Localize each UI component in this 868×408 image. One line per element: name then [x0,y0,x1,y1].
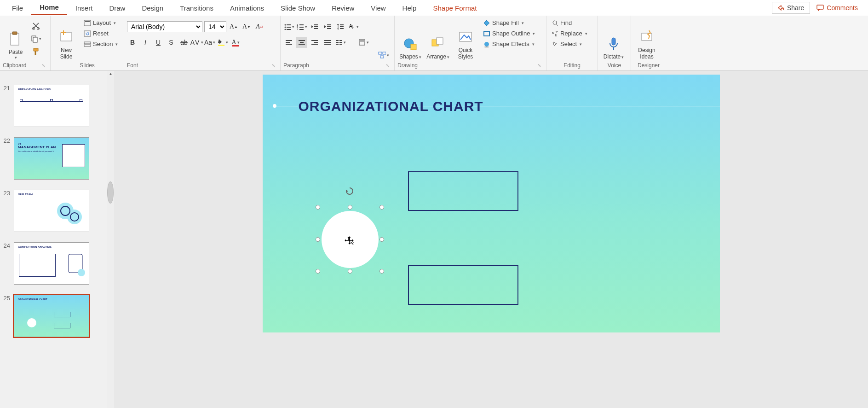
align-text-button[interactable] [358,37,369,48]
highlight-button[interactable] [217,37,228,48]
new-slide-button[interactable]: New Slide [53,17,79,60]
increase-indent-button[interactable] [322,21,333,32]
tab-home[interactable]: Home [31,0,67,15]
bold-button[interactable]: B [127,37,138,48]
thumb-num: 25 [2,295,10,337]
group-drawing-label: Drawing [397,62,418,69]
reset-button[interactable]: Reset [81,29,121,38]
italic-button[interactable]: I [140,37,151,48]
handle-s[interactable] [348,269,352,274]
layout-button[interactable]: Layout [81,18,121,27]
handle-e[interactable] [379,237,384,242]
decrease-indent-button[interactable] [309,21,320,32]
change-case-button[interactable]: Aa [204,37,215,48]
align-right-button[interactable] [309,37,320,48]
design-ideas-button[interactable]: Design Ideas [634,17,660,60]
thumb-22[interactable]: 22 04 MANAGEMENT PLAN You could enter a … [0,134,114,187]
shrink-font-button[interactable]: A▼ [241,21,252,32]
scroll-handle[interactable] [107,181,114,204]
thumb-preview: COMPETITION ANALYSIS [14,242,89,285]
handle-n[interactable] [348,205,352,210]
smartart-button[interactable] [378,50,389,61]
svg-rect-16 [287,24,291,25]
handle-nw[interactable] [316,205,320,210]
tab-insert[interactable]: Insert [67,1,101,15]
numbering-button[interactable]: 123 [296,21,307,32]
thumb-23[interactable]: 23 OUR TEAM [0,187,114,239]
quickstyles-icon [458,29,473,45]
paste-button[interactable]: Paste ▾ [3,17,29,60]
columns-button[interactable] [335,37,346,48]
select-button[interactable]: Select [549,40,590,48]
rect-shape-1[interactable] [408,171,518,211]
dictate-button[interactable]: Dictate [601,17,627,60]
tab-design[interactable]: Design [133,1,172,15]
drawing-launcher[interactable]: ⤡ [538,63,543,68]
handle-ne[interactable] [379,205,384,210]
font-size-select[interactable]: 14 [204,21,226,32]
scroll-up-icon[interactable]: ▴ [107,71,114,78]
thumb-25[interactable]: 25 ORGANIZATIONAL CHART [0,292,114,344]
selection-frame[interactable] [318,207,382,271]
tab-draw[interactable]: Draw [101,1,133,15]
comments-button[interactable]: Comments [812,2,862,13]
tab-file[interactable]: File [4,1,31,15]
line-spacing-button[interactable] [335,21,346,32]
handle-se[interactable] [379,269,384,274]
replace-button[interactable]: abReplace [549,29,590,38]
tab-transitions[interactable]: Transitions [172,1,222,15]
share-button[interactable]: Share [772,2,810,14]
tab-animations[interactable]: Animations [222,1,272,15]
svg-rect-22 [299,24,304,25]
font-color-button[interactable]: A [230,37,241,48]
svg-rect-27 [314,24,318,25]
clipboard-launcher[interactable]: ⤡ [42,63,47,68]
tab-review[interactable]: Review [323,1,362,15]
slide[interactable]: ORGANIZATIONAL CHART [263,75,720,332]
slide-canvas-area[interactable]: ORGANIZATIONAL CHART [114,71,868,408]
shape-effects-button[interactable]: Shape Effects [480,40,538,48]
clear-format-button[interactable]: A⊘ [254,21,265,32]
rect-shape-2[interactable] [408,265,518,305]
tab-view[interactable]: View [362,1,394,15]
tab-help[interactable]: Help [394,1,425,15]
underline-button[interactable]: U [153,37,164,48]
format-painter-button[interactable] [30,46,41,57]
handle-w[interactable] [316,237,320,242]
strike-button[interactable]: ab [178,37,190,48]
svg-rect-55 [359,40,365,45]
align-center-button[interactable] [296,37,307,48]
quick-styles-button[interactable]: Quick Styles [453,17,478,60]
paragraph-launcher[interactable]: ⤡ [386,63,391,68]
copy-button[interactable] [30,33,41,44]
slide-title[interactable]: ORGANIZATIONAL CHART [299,99,483,114]
align-left-button[interactable] [283,37,294,48]
shapes-button[interactable]: Shapes [397,17,423,60]
svg-rect-14 [232,45,239,47]
thumb-scrollbar[interactable]: ▴ [107,71,114,408]
shadow-button[interactable]: S [166,37,177,48]
outline-icon [483,30,490,37]
thumb-num: 23 [2,190,10,232]
rotate-handle[interactable] [345,187,354,195]
char-spacing-button[interactable]: AV [191,37,202,48]
font-name-select[interactable]: Arial (Body) [127,21,202,32]
tab-slideshow[interactable]: Slide Show [272,1,323,15]
svg-point-19 [284,29,286,30]
bullets-button[interactable] [283,21,294,32]
thumb-24[interactable]: 24 COMPETITION ANALYSIS [0,239,114,292]
find-button[interactable]: Find [549,18,590,27]
thumb-21[interactable]: 21 BREAK-EVEN ANALYSIS [0,82,114,134]
arrange-button[interactable]: Arrange [425,17,451,60]
text-direction-button[interactable]: A [348,21,359,32]
svg-rect-72 [642,33,652,41]
tab-shape-format[interactable]: Shape Format [425,1,485,15]
section-button[interactable]: Section [81,40,121,48]
handle-sw[interactable] [316,269,320,274]
shape-fill-button[interactable]: Shape Fill [480,18,538,27]
cut-button[interactable] [30,20,41,31]
grow-font-button[interactable]: A▲ [228,21,239,32]
font-launcher[interactable]: ⤡ [272,63,277,68]
justify-button[interactable] [322,37,333,48]
shape-outline-button[interactable]: Shape Outline [480,29,538,38]
